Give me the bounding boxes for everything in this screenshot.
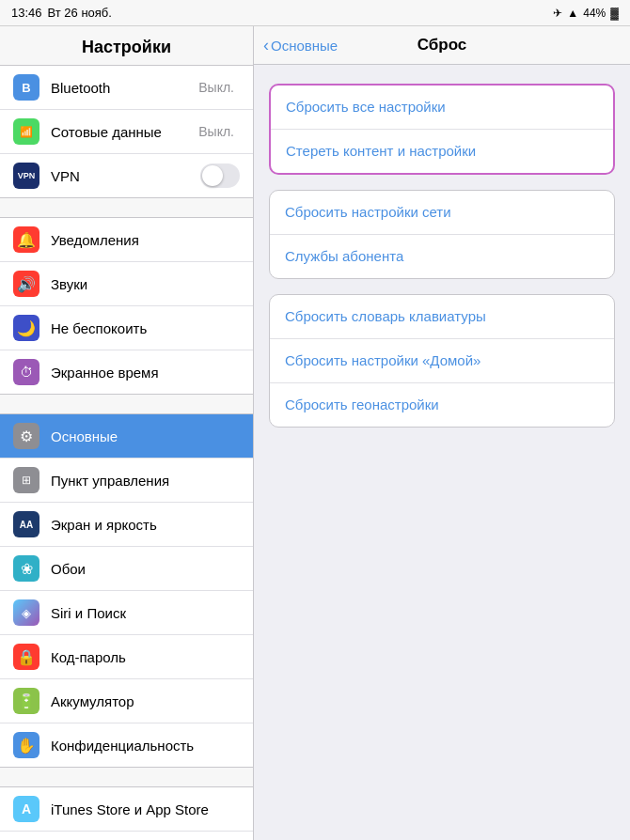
reset-location-label: Сбросить геонастройки: [285, 397, 439, 412]
carrier-services[interactable]: Службы абонента: [270, 235, 614, 278]
chevron-left-icon: ‹: [263, 36, 269, 55]
reset-group-1: Сбросить все настройки Стереть контент и…: [269, 84, 615, 175]
privacy-label: Конфиденциальность: [51, 738, 240, 754]
sidebar-item-wallpaper[interactable]: ❀ Обои: [0, 547, 253, 591]
reset-group-3: Сбросить словарь клавиатуры Сбросить нас…: [269, 294, 615, 428]
vpn-label: VPN: [51, 168, 200, 184]
reset-keyboard-label: Сбросить словарь клавиатуры: [285, 308, 486, 324]
display-icon: AA: [13, 511, 39, 537]
general-label: Основные: [51, 428, 240, 444]
general-icon: ⚙: [13, 423, 39, 449]
sidebar-title: Настройки: [0, 26, 253, 65]
sidebar-item-itunes[interactable]: A iTunes Store и App Store: [0, 787, 253, 832]
carrier-label: Службы абонента: [285, 248, 403, 264]
wallpaper-icon: ❀: [13, 555, 39, 582]
sidebar-item-notifications[interactable]: 🔔 Уведомления: [0, 218, 253, 262]
sidebar-section-system: 🔔 Уведомления 🔊 Звуки 🌙 Не беспокоить ⏱ …: [0, 217, 253, 395]
sidebar-item-cellular[interactable]: 📶 Сотовые данные Выкл.: [0, 110, 253, 154]
back-button[interactable]: ‹ Основные: [263, 36, 338, 55]
reset-location[interactable]: Сбросить геонастройки: [270, 383, 614, 427]
erase-all-label: Стереть контент и настройки: [286, 143, 476, 159]
wallpaper-label: Обои: [51, 561, 240, 577]
siri-icon: ◈: [13, 599, 39, 626]
sidebar-item-siri[interactable]: ◈ Siri и Поиск: [0, 591, 253, 635]
cellular-value: Выкл.: [198, 124, 234, 139]
sidebar: Настройки B Bluetooth Выкл. 📶 Сотовые да…: [0, 26, 254, 840]
sidebar-section-general: ⚙ Основные ⊞ Пункт управления AA Экран и…: [0, 413, 253, 768]
siri-label: Siri и Поиск: [51, 605, 240, 621]
main-layout: Настройки B Bluetooth Выкл. 📶 Сотовые да…: [0, 26, 630, 840]
sounds-icon: 🔊: [13, 271, 39, 297]
status-date: Вт 26 нояб.: [48, 6, 112, 20]
cellular-icon: 📶: [13, 118, 39, 145]
passcode-icon: 🔒: [13, 644, 39, 670]
donotdisturb-icon: 🌙: [13, 315, 39, 341]
status-left: 13:46 Вт 26 нояб.: [11, 6, 112, 20]
itunes-icon: A: [13, 796, 39, 822]
sidebar-item-general[interactable]: ⚙ Основные: [0, 414, 253, 459]
bluetooth-value: Выкл.: [198, 80, 234, 95]
status-bar: 13:46 Вт 26 нояб. ✈ ▲ 44% ▓: [0, 0, 630, 26]
display-label: Экран и яркость: [51, 517, 240, 533]
vpn-toggle[interactable]: [200, 163, 240, 188]
content-header: ‹ Основные Сброс: [254, 26, 630, 65]
vpn-icon: VPN: [13, 163, 39, 189]
status-time: 13:46: [11, 6, 42, 20]
back-label: Основные: [271, 38, 338, 54]
sidebar-section-accounts: A iTunes Store и App Store 🔑 Пароли и уч…: [0, 786, 253, 840]
privacy-icon: ✋: [13, 732, 39, 758]
wifi-icon: ▲: [567, 7, 578, 20]
sidebar-item-bluetooth[interactable]: B Bluetooth Выкл.: [0, 66, 253, 110]
reset-network-settings[interactable]: Сбросить настройки сети: [270, 191, 614, 235]
itunes-label: iTunes Store и App Store: [51, 801, 240, 817]
sidebar-item-privacy[interactable]: ✋ Конфиденциальность: [0, 723, 253, 767]
sidebar-item-controlcenter[interactable]: ⊞ Пункт управления: [0, 459, 253, 503]
reset-all-settings[interactable]: Сбросить все настройки: [271, 86, 613, 130]
content-area: ‹ Основные Сброс Сбросить все настройки …: [254, 26, 630, 840]
donotdisturb-label: Не беспокоить: [51, 320, 240, 336]
sidebar-item-battery[interactable]: 🔋 Аккумулятор: [0, 679, 253, 723]
sidebar-item-vpn[interactable]: VPN VPN: [0, 154, 253, 197]
battery-icon: ▓: [610, 7, 619, 20]
sidebar-item-screentime[interactable]: ⏱ Экранное время: [0, 350, 253, 394]
notifications-icon: 🔔: [13, 226, 39, 253]
controlcenter-icon: ⊞: [13, 467, 39, 493]
content-body: Сбросить все настройки Стереть контент и…: [254, 65, 630, 446]
sounds-label: Звуки: [51, 276, 240, 292]
sidebar-item-passcode[interactable]: 🔒 Код-пароль: [0, 635, 253, 679]
controlcenter-label: Пункт управления: [51, 473, 240, 489]
bluetooth-icon: B: [13, 74, 39, 101]
sidebar-item-passwords[interactable]: 🔑 Пароли и учетные записи: [0, 832, 253, 840]
bluetooth-label: Bluetooth: [51, 80, 198, 96]
sidebar-section-network: B Bluetooth Выкл. 📶 Сотовые данные Выкл.…: [0, 65, 253, 198]
erase-all-content[interactable]: Стереть контент и настройки: [271, 130, 613, 173]
passcode-label: Код-пароль: [51, 649, 240, 665]
reset-home-label: Сбросить настройки «Домой»: [285, 352, 480, 368]
battery-sidebar-icon: 🔋: [13, 688, 39, 714]
screentime-icon: ⏱: [13, 359, 39, 385]
battery-label: Аккумулятор: [51, 693, 240, 709]
reset-network-label: Сбросить настройки сети: [285, 204, 451, 220]
airplane-icon: ✈: [553, 7, 562, 20]
reset-home-screen[interactable]: Сбросить настройки «Домой»: [270, 339, 614, 383]
reset-all-label: Сбросить все настройки: [286, 99, 446, 115]
cellular-label: Сотовые данные: [51, 124, 198, 140]
sidebar-item-display[interactable]: AA Экран и яркость: [0, 503, 253, 547]
status-right: ✈ ▲ 44% ▓: [553, 7, 619, 20]
content-title: Сброс: [417, 36, 467, 54]
sidebar-item-donotdisturb[interactable]: 🌙 Не беспокоить: [0, 306, 253, 350]
sidebar-item-sounds[interactable]: 🔊 Звуки: [0, 262, 253, 306]
screentime-label: Экранное время: [51, 365, 240, 381]
notifications-label: Уведомления: [51, 232, 240, 248]
reset-keyboard-dict[interactable]: Сбросить словарь клавиатуры: [270, 295, 614, 339]
battery-level: 44%: [583, 7, 606, 20]
reset-group-2: Сбросить настройки сети Службы абонента: [269, 190, 615, 279]
